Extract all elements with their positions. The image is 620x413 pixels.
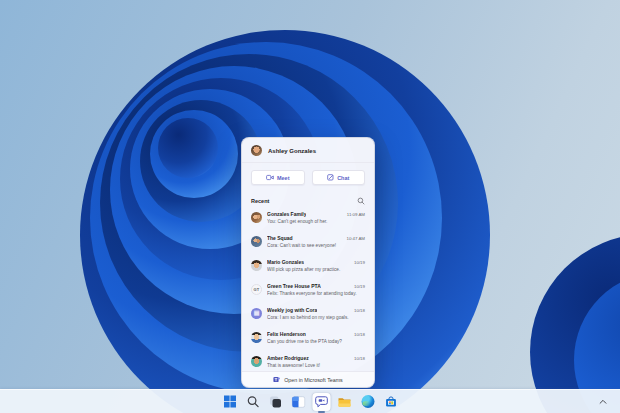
windows-start-icon xyxy=(223,395,236,408)
system-tray xyxy=(598,390,608,413)
search-button[interactable] xyxy=(244,393,262,411)
teams-chat-flyout: Ashley Gonzales Meet Chat Recent xyxy=(241,137,375,388)
edge-button[interactable] xyxy=(359,393,377,411)
open-in-teams-button[interactable]: Open in Microsoft Teams xyxy=(242,371,374,387)
conversation-time: 10:47 AM xyxy=(346,236,365,241)
video-camera-icon xyxy=(266,174,274,181)
conversation-name: Green Tree House PTA xyxy=(267,283,321,289)
conversation-name: Gonzales Family xyxy=(267,211,306,217)
conversation-preview: Can you drive me to the PTA today? xyxy=(267,339,365,344)
conversation-name: Mario Gonzales xyxy=(267,259,304,265)
conversation-preview: That is awesome! Love it! xyxy=(267,363,365,368)
conversation-avatar xyxy=(251,260,262,271)
start-button[interactable] xyxy=(221,393,239,411)
teams-chat-icon xyxy=(315,395,329,409)
conversation-name: Weekly jog with Cora xyxy=(267,307,317,313)
chat-button[interactable]: Chat xyxy=(312,170,366,185)
user-name: Ashley Gonzales xyxy=(268,148,316,154)
conversation-preview: Felix: Thanks everyone for attending tod… xyxy=(267,291,365,296)
conversation-preview: Will pick up pizza after my practice. xyxy=(267,267,365,272)
compose-icon xyxy=(327,174,334,181)
conversation-item[interactable]: Amber Rodriguez 10/18 That is awesome! L… xyxy=(242,352,374,371)
widgets-icon xyxy=(292,396,306,408)
chat-button-label: Chat xyxy=(337,175,349,181)
meet-button-label: Meet xyxy=(277,175,290,181)
conversation-item[interactable]: GT Green Tree House PTA 10/19 Felix: Tha… xyxy=(242,280,374,304)
recent-label: Recent xyxy=(251,198,269,204)
chat-taskbar-button[interactable] xyxy=(313,393,331,411)
conversation-avatar: ▦ xyxy=(251,308,262,319)
bloom-right-fragment xyxy=(530,234,620,413)
widgets-button[interactable] xyxy=(290,393,308,411)
taskbar xyxy=(0,389,620,413)
teams-icon xyxy=(273,376,280,383)
conversation-name: The Squad xyxy=(267,235,293,241)
microsoft-store-icon xyxy=(384,395,397,408)
conversation-time: 10/18 xyxy=(354,356,365,361)
meet-button[interactable]: Meet xyxy=(251,170,305,185)
recent-header: Recent xyxy=(242,192,374,208)
conversation-time: 10/19 xyxy=(354,260,365,265)
store-button[interactable] xyxy=(382,393,400,411)
conversation-time: 10/19 xyxy=(354,284,365,289)
conversation-avatar xyxy=(251,212,262,223)
user-header[interactable]: Ashley Gonzales xyxy=(242,138,374,162)
taskbar-center-icons xyxy=(221,390,400,413)
file-explorer-icon xyxy=(338,396,352,408)
conversation-avatar: GT xyxy=(251,284,262,295)
conversation-preview: Cora: I am so behind on my step goals. xyxy=(267,315,365,320)
conversation-item[interactable]: Felix Henderson 10/18 Can you drive me t… xyxy=(242,328,374,352)
user-avatar xyxy=(251,145,262,156)
conversation-item[interactable]: The Squad 10:47 AM Cora: Can't wait to s… xyxy=(242,232,374,256)
conversation-name: Felix Henderson xyxy=(267,331,306,337)
action-buttons-row: Meet Chat xyxy=(242,163,374,192)
task-view-icon xyxy=(269,395,283,409)
conversation-avatar xyxy=(251,356,262,367)
edge-icon xyxy=(361,395,374,408)
conversation-avatar xyxy=(251,332,262,343)
chevron-up-icon[interactable] xyxy=(598,397,608,407)
conversation-preview: Cora: Can't wait to see everyone! xyxy=(267,243,365,248)
conversation-time: 11:09 AM xyxy=(347,212,365,217)
conversation-item[interactable]: ▦ Weekly jog with Cora 10/18 Cora: I am … xyxy=(242,304,374,328)
conversation-time: 10/18 xyxy=(354,308,365,313)
task-view-button[interactable] xyxy=(267,393,285,411)
magnifier-icon[interactable] xyxy=(357,197,365,205)
conversation-list: Gonzales Family 11:09 AM You: Can't get … xyxy=(242,208,374,371)
conversation-item[interactable]: Gonzales Family 11:09 AM You: Can't get … xyxy=(242,208,374,232)
conversation-preview: You: Can't get enough of her. xyxy=(267,219,365,224)
conversation-name: Amber Rodriguez xyxy=(267,355,309,361)
conversation-avatar xyxy=(251,236,262,247)
desktop: Ashley Gonzales Meet Chat Recent xyxy=(0,0,620,413)
open-in-teams-label: Open in Microsoft Teams xyxy=(284,377,343,383)
file-explorer-button[interactable] xyxy=(336,393,354,411)
search-icon xyxy=(246,395,259,408)
conversation-item[interactable]: Mario Gonzales 10/19 Will pick up pizza … xyxy=(242,256,374,280)
conversation-time: 10/18 xyxy=(354,332,365,337)
